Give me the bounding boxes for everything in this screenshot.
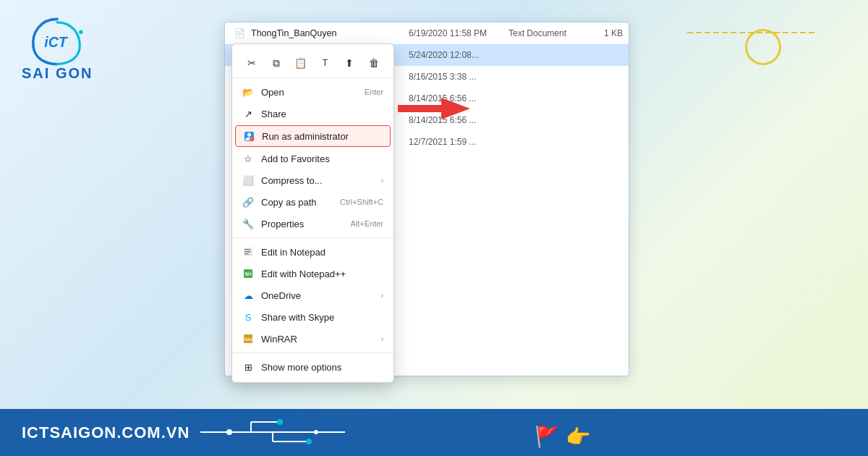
logo-saigon-text: SAI GON bbox=[22, 65, 93, 82]
svg-text:N+: N+ bbox=[245, 271, 252, 276]
menu-item-notepadpp[interactable]: N+ Edit with Notepad++ bbox=[232, 263, 393, 284]
red-arrow bbox=[398, 98, 470, 122]
svg-point-28 bbox=[277, 419, 283, 425]
file-date-exe: 5/24/2020 12:08... bbox=[409, 50, 503, 60]
file-name: ThongTin_BanQuyen bbox=[251, 28, 403, 38]
menu-item-compress[interactable]: ⬜ Compress to... › bbox=[232, 169, 393, 191]
menu-label-properties: Properties bbox=[261, 219, 343, 229]
menu-label-winrar: WinRAR bbox=[261, 334, 374, 345]
runas-icon: ! bbox=[243, 130, 255, 142]
delete-icon[interactable]: 🗑 bbox=[364, 53, 384, 73]
menu-label-runas: Run as administrator bbox=[262, 131, 383, 142]
menu-label-open: Open bbox=[261, 87, 357, 98]
circuit-decoration bbox=[200, 416, 345, 449]
paste-icon[interactable]: 📋 bbox=[291, 53, 311, 73]
compress-arrow: › bbox=[381, 177, 383, 185]
svg-point-24 bbox=[226, 429, 232, 435]
menu-label-onedrive: OneDrive bbox=[261, 290, 374, 301]
menu-label-more-options: Show more options bbox=[261, 362, 383, 373]
context-menu: ✂ ⧉ 📋 T ⬆ 🗑 📂 Open Enter ↗ Share ! Run a… bbox=[231, 43, 394, 383]
menu-item-notepad[interactable]: Edit in Notepad bbox=[232, 241, 393, 263]
file-type: Text Document bbox=[509, 28, 581, 38]
winrar-arrow: › bbox=[381, 335, 383, 343]
properties-icon: 🔧 bbox=[242, 218, 254, 229]
menu-item-copypath[interactable]: 🔗 Copy as path Ctrl+Shift+C bbox=[232, 191, 393, 213]
svg-point-32 bbox=[306, 439, 312, 444]
separator-2 bbox=[232, 352, 393, 353]
compress-icon: ⬜ bbox=[242, 174, 254, 186]
svg-point-34 bbox=[314, 430, 318, 434]
menu-item-open[interactable]: 📂 Open Enter bbox=[232, 81, 393, 103]
more-options-icon: ⊞ bbox=[242, 361, 254, 373]
caption-text: Chạy file Activate AIO Tools bbox=[597, 426, 846, 448]
menu-item-more-options[interactable]: ⊞ Show more options bbox=[232, 356, 393, 378]
onedrive-icon: ☁ bbox=[242, 290, 254, 301]
menu-shortcut-copypath: Ctrl+Shift+C bbox=[340, 198, 383, 206]
menu-label-copypath: Copy as path bbox=[261, 197, 333, 208]
copypath-icon: 🔗 bbox=[242, 196, 254, 208]
menu-item-skype[interactable]: S Share with Skype bbox=[232, 306, 393, 328]
svg-text:iCT: iCT bbox=[44, 34, 69, 50]
file-date-bin: 12/7/2021 1:59 ... bbox=[409, 137, 503, 147]
menu-label-notepadpp: Edit with Notepad++ bbox=[261, 269, 383, 279]
notepad-icon bbox=[242, 246, 254, 258]
onedrive-arrow: › bbox=[381, 292, 383, 300]
share-strip-icon[interactable]: ⬆ bbox=[339, 53, 359, 73]
menu-label-skype: Share with Skype bbox=[261, 312, 383, 323]
menu-item-favorites[interactable]: ☆ Add to Favorites bbox=[232, 148, 393, 169]
svg-marker-22 bbox=[398, 98, 470, 119]
svg-rect-17 bbox=[244, 253, 249, 255]
copy-icon[interactable]: ⧉ bbox=[266, 53, 286, 73]
logo-icon: iCT bbox=[28, 14, 86, 69]
file-icon-txt: 📄 bbox=[234, 28, 245, 39]
star-icon: ☆ bbox=[242, 153, 254, 164]
menu-label-favorites: Add to Favorites bbox=[261, 153, 383, 164]
svg-rect-15 bbox=[244, 249, 250, 250]
bottom-caption: 🚩 👉 Chạy file Activate AIO Tools bbox=[535, 425, 846, 449]
caption-emoji-flag: 🚩 bbox=[535, 425, 560, 449]
svg-point-0 bbox=[79, 30, 82, 34]
file-row[interactable]: 📄 ThongTin_BanQuyen 6/19/2020 11:58 PM T… bbox=[225, 22, 629, 44]
website-url: ICTSAIGON.COM.VN bbox=[22, 423, 190, 442]
file-size: 1 KB bbox=[587, 28, 623, 38]
open-icon: 📂 bbox=[242, 86, 254, 98]
separator-1 bbox=[232, 237, 393, 238]
menu-item-runas[interactable]: ! Run as administrator bbox=[235, 125, 391, 147]
menu-label-compress: Compress to... bbox=[261, 175, 374, 186]
file-date-ospp1: 8/16/2015 3:38 ... bbox=[409, 72, 503, 82]
share-icon: ↗ bbox=[242, 108, 254, 119]
menu-item-onedrive[interactable]: ☁ OneDrive › bbox=[232, 284, 393, 306]
menu-shortcut-properties: Alt+Enter bbox=[350, 219, 383, 228]
cut-icon[interactable]: ✂ bbox=[242, 53, 262, 73]
deco-lines-top bbox=[687, 25, 832, 40]
skype-icon: S bbox=[242, 311, 254, 323]
svg-rect-16 bbox=[244, 251, 251, 253]
menu-shortcut-open: Enter bbox=[365, 88, 383, 96]
menu-item-properties[interactable]: 🔧 Properties Alt+Enter bbox=[232, 213, 393, 235]
notepadpp-icon: N+ bbox=[242, 268, 254, 279]
menu-label-share: Share bbox=[261, 109, 383, 119]
logo-area: iCT SAI GON bbox=[22, 14, 93, 82]
svg-point-11 bbox=[247, 132, 251, 136]
menu-label-notepad: Edit in Notepad bbox=[261, 247, 383, 258]
rename-icon[interactable]: T bbox=[315, 53, 335, 73]
menu-item-winrar[interactable]: RAR WinRAR › bbox=[232, 328, 393, 350]
winrar-icon: RAR bbox=[242, 333, 254, 345]
caption-emoji-hand: 👉 bbox=[566, 425, 591, 449]
menu-item-share[interactable]: ↗ Share bbox=[232, 103, 393, 124]
svg-text:RAR: RAR bbox=[244, 337, 253, 342]
file-date: 6/19/2020 11:58 PM bbox=[409, 28, 503, 38]
context-icon-strip: ✂ ⧉ 📋 T ⬆ 🗑 bbox=[232, 48, 393, 78]
